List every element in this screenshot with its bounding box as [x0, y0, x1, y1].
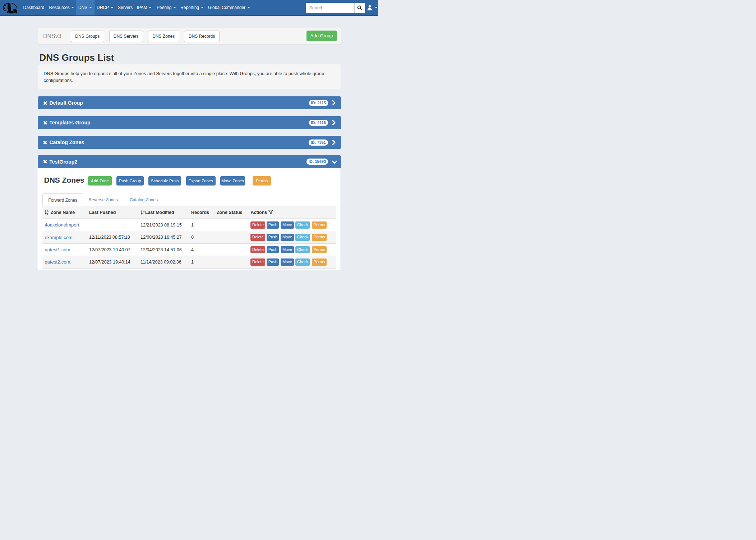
svg-text:Z: Z	[47, 213, 49, 215]
svg-text:A: A	[47, 210, 49, 212]
